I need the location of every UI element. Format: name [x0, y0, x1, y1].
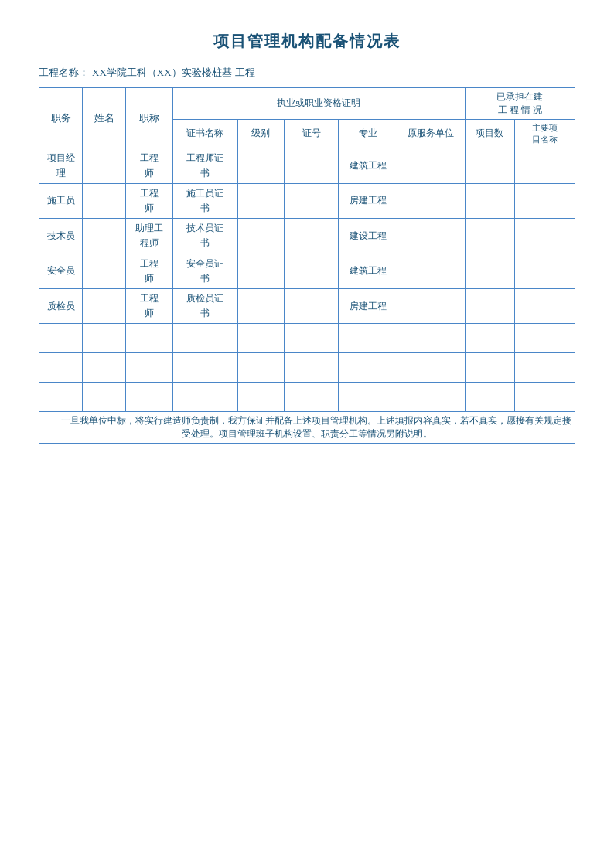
- header-zhiwu: 职务: [39, 88, 83, 148]
- cell-xingming: [83, 148, 126, 183]
- header-zhengshu: 证书名称: [172, 119, 237, 148]
- cell-zhenghao: [285, 183, 339, 218]
- cell-xiangmushu: [465, 183, 514, 218]
- cell-zhuanye: 房建工程: [339, 288, 397, 323]
- header-jibie: 级别: [237, 119, 285, 148]
- cell-zhuanye: 建筑工程: [339, 148, 397, 183]
- table-row: 技术员 助理工程师 技术员证书 建设工程: [39, 219, 575, 254]
- cell-xiangmushu: [465, 288, 514, 323]
- header-danwei: 原服务单位: [397, 119, 466, 148]
- project-name-value: XX学院工科（XX）实验楼桩基: [92, 66, 232, 80]
- cell-zhengshu: 质检员证书: [172, 288, 237, 323]
- table-note-row: 一旦我单位中标，将实行建造师负责制，我方保证并配备上述项目管理机构。上述填报内容…: [39, 412, 575, 444]
- cell-zhenghao: [285, 219, 339, 254]
- page-title: 项目管理机构配备情况表: [39, 31, 575, 52]
- cell-xingming: [83, 288, 126, 323]
- cell-danwei: [397, 148, 466, 183]
- table-note: 一旦我单位中标，将实行建造师负责制，我方保证并配备上述项目管理机构。上述填报内容…: [39, 412, 575, 444]
- project-name-suffix: 工程: [235, 66, 255, 80]
- header-zhicheng: 职称: [126, 88, 173, 148]
- table-row: 安全员 工程师 安全员证书 建筑工程: [39, 254, 575, 288]
- cell-jibie: [237, 183, 285, 218]
- cell-xiangmuming: [514, 219, 575, 254]
- cell-zhenghao: [285, 288, 339, 323]
- cell-xiangmuming: [514, 288, 575, 323]
- cell-xiangmushu: [465, 148, 514, 183]
- main-table: 职务 姓名 职称 执业或职业资格证明 已承担在建工 程 情 况 证书名称 级别 …: [39, 87, 575, 444]
- table-row-empty: [39, 383, 575, 412]
- cell-jibie: [237, 219, 285, 254]
- note-text: 一旦我单位中标，将实行建造师负责制，我方保证并配备上述项目管理机构。上述填报内容…: [41, 414, 573, 441]
- project-name-row: 工程名称： XX学院工科（XX）实验楼桩基 工程: [39, 66, 575, 80]
- table-row-empty: [39, 324, 575, 353]
- cell-xingming: [83, 183, 126, 218]
- header-xiangmushu: 项目数: [465, 119, 514, 148]
- header-xingming: 姓名: [83, 88, 126, 148]
- cell-zhengshu: 安全员证书: [172, 254, 237, 288]
- cell-zhiwu: 技术员: [39, 219, 83, 254]
- cell-danwei: [397, 254, 466, 288]
- table-row-empty: [39, 353, 575, 383]
- cell-zhengshu: 施工员证书: [172, 183, 237, 218]
- cell-zhicheng: 工程师: [126, 254, 173, 288]
- cell-zhuanye: 建设工程: [339, 219, 397, 254]
- cell-danwei: [397, 288, 466, 323]
- cell-xiangmuming: [514, 254, 575, 288]
- table-header-row-1: 职务 姓名 职称 执业或职业资格证明 已承担在建工 程 情 况: [39, 88, 575, 120]
- cell-zhicheng: 工程师: [126, 183, 173, 218]
- cell-zhenghao: [285, 148, 339, 183]
- cell-zhuanye: 房建工程: [339, 183, 397, 218]
- header-zhenghao: 证号: [285, 119, 339, 148]
- cell-danwei: [397, 219, 466, 254]
- cell-xiangmushu: [465, 219, 514, 254]
- cell-xiangmushu: [465, 254, 514, 288]
- table-row: 质检员 工程师 质检员证书 房建工程: [39, 288, 575, 323]
- cell-zhengshu: 技术员证书: [172, 219, 237, 254]
- cell-zhengshu: 工程师证书: [172, 148, 237, 183]
- cell-zhiwu: 安全员: [39, 254, 83, 288]
- cell-zhuanye: 建筑工程: [339, 254, 397, 288]
- cell-xiangmuming: [514, 148, 575, 183]
- header-xiangmuming: 主要项目名称: [514, 119, 575, 148]
- cell-jibie: [237, 254, 285, 288]
- cell-jibie: [237, 148, 285, 183]
- cell-zhiwu: 项目经理: [39, 148, 83, 183]
- table-row: 项目经理 工程师 工程师证书 建筑工程: [39, 148, 575, 183]
- cell-zhenghao: [285, 254, 339, 288]
- page: 项目管理机构配备情况表 工程名称： XX学院工科（XX）实验楼桩基 工程 职务 …: [0, 0, 614, 868]
- project-name-label: 工程名称：: [39, 66, 89, 80]
- cell-zhicheng: 助理工程师: [126, 219, 173, 254]
- cell-xingming: [83, 219, 126, 254]
- header-zhuanye: 专业: [339, 119, 397, 148]
- cell-xingming: [83, 254, 126, 288]
- cell-jibie: [237, 288, 285, 323]
- table-row: 施工员 工程师 施工员证书 房建工程: [39, 183, 575, 218]
- header-zhiye-group: 执业或职业资格证明: [172, 88, 465, 120]
- cell-zhicheng: 工程师: [126, 148, 173, 183]
- cell-danwei: [397, 183, 466, 218]
- cell-zhiwu: 质检员: [39, 288, 83, 323]
- cell-zhiwu: 施工员: [39, 183, 83, 218]
- cell-zhicheng: 工程师: [126, 288, 173, 323]
- header-yicheng-group: 已承担在建工 程 情 况: [465, 88, 575, 120]
- cell-xiangmuming: [514, 183, 575, 218]
